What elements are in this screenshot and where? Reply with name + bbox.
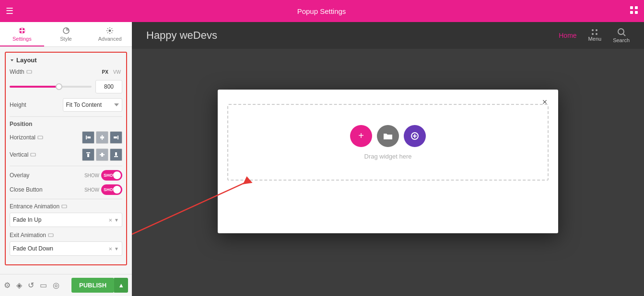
exit-anim-label: Exit Animation	[10, 232, 122, 239]
close-button-toggle-label: SHOW	[84, 187, 99, 193]
layers-icon[interactable]: ◈	[16, 281, 22, 290]
tab-settings[interactable]: Settings	[0, 22, 44, 46]
nav-menu-container[interactable]: Menu	[588, 29, 602, 42]
svg-rect-17	[114, 137, 117, 138]
svg-rect-22	[101, 153, 103, 157]
exit-anim-arrow-icon: ▼	[114, 246, 119, 251]
exit-anim-clear[interactable]: ×	[109, 245, 113, 252]
svg-rect-3	[635, 11, 638, 14]
exit-anim-value: Fade Out Down	[13, 245, 109, 252]
tab-style[interactable]: Style	[44, 22, 88, 46]
svg-rect-13	[87, 137, 91, 138]
width-input[interactable]: 800	[95, 80, 122, 93]
svg-rect-4	[20, 28, 22, 30]
add-widget-btn[interactable]: +	[350, 125, 372, 147]
entrance-anim-arrow-icon: ▼	[114, 217, 119, 223]
width-label: Width	[10, 68, 24, 75]
align-middle-btn[interactable]	[96, 148, 108, 161]
svg-line-32	[623, 34, 625, 36]
height-dropdown[interactable]: Fit To Content Custom Full Screen	[63, 98, 123, 112]
svg-point-31	[618, 29, 624, 34]
svg-rect-2	[630, 11, 633, 14]
svg-rect-1	[635, 6, 638, 9]
svg-rect-15	[100, 137, 104, 138]
settings-icon[interactable]: ⚙	[4, 281, 11, 290]
site-title: Happy weDevs	[146, 29, 217, 42]
entrance-anim-clear[interactable]: ×	[109, 216, 113, 224]
svg-rect-24	[115, 152, 117, 156]
close-button-label: Close Button	[10, 186, 84, 193]
width-slider-track[interactable]	[10, 86, 92, 88]
svg-rect-19	[86, 152, 90, 153]
publish-arrow-button[interactable]: ▲	[114, 278, 128, 293]
nav-search-label: Search	[613, 37, 630, 43]
topbar-title: Popup Settings	[13, 7, 630, 15]
folder-widget-btn[interactable]	[377, 125, 399, 147]
align-top-btn[interactable]	[82, 148, 94, 161]
align-center-h-btn[interactable]	[96, 131, 108, 144]
entrance-anim-label: Entrance Animation	[10, 203, 122, 210]
history-icon[interactable]: ↺	[28, 281, 34, 290]
svg-rect-0	[630, 6, 633, 9]
publish-button[interactable]: PUBLISH	[71, 278, 114, 293]
svg-rect-11	[38, 136, 43, 139]
horizontal-label: Horizontal	[10, 134, 35, 141]
svg-rect-23	[114, 156, 118, 157]
svg-rect-7	[23, 31, 24, 33]
popup-overlay: × +	[132, 49, 644, 274]
svg-point-9	[109, 30, 111, 32]
align-right-btn[interactable]	[110, 131, 122, 144]
tab-settings-label: Settings	[12, 36, 32, 42]
svg-point-27	[592, 29, 594, 31]
nav-menu-label: Menu	[588, 36, 602, 42]
vertical-label: Vertical	[10, 151, 28, 158]
overlay-label: Overlay	[10, 172, 84, 179]
svg-rect-16	[117, 136, 118, 139]
unit-px-btn[interactable]: PX	[101, 69, 110, 75]
grid-menu-icon[interactable]	[630, 6, 638, 17]
overlay-toggle[interactable]: SHOW	[101, 170, 122, 181]
svg-point-29	[592, 33, 594, 35]
tab-style-label: Style	[60, 36, 71, 42]
unit-vw-btn[interactable]: VW	[112, 69, 122, 75]
responsive-icon[interactable]: ▭	[40, 281, 47, 290]
svg-rect-6	[20, 31, 22, 33]
position-label: Position	[10, 121, 122, 127]
height-label: Height	[10, 102, 26, 108]
align-left-btn[interactable]	[82, 131, 94, 144]
popup-modal: × +	[218, 90, 558, 233]
svg-rect-20	[87, 154, 89, 157]
align-bottom-btn[interactable]	[110, 148, 122, 161]
svg-point-28	[596, 29, 597, 31]
popup-close-btn[interactable]: ×	[539, 96, 550, 108]
tab-advanced-label: Advanced	[98, 36, 122, 42]
template-widget-btn[interactable]	[404, 125, 426, 147]
nav-home[interactable]: Home	[559, 32, 576, 39]
exit-anim-dropdown[interactable]: Fade Out Down × ▼	[10, 241, 122, 256]
svg-rect-26	[48, 234, 53, 237]
svg-rect-12	[86, 136, 87, 139]
svg-rect-25	[62, 205, 67, 208]
close-button-toggle[interactable]: SHOW	[101, 184, 122, 195]
nav-search-container[interactable]: Search	[613, 28, 630, 43]
entrance-anim-dropdown[interactable]: Fade In Up × ▼	[10, 213, 122, 227]
tab-advanced[interactable]: Advanced	[88, 22, 132, 46]
overlay-toggle-label: SHOW	[84, 173, 99, 178]
drag-widget-text: Drag widget here	[364, 153, 412, 160]
popup-content-area: +	[227, 104, 549, 181]
entrance-anim-value: Fade In Up	[13, 216, 109, 223]
layout-section-label: Layout	[16, 57, 37, 64]
svg-rect-5	[23, 28, 24, 30]
svg-point-30	[596, 33, 597, 35]
svg-rect-18	[31, 153, 35, 156]
hamburger-icon[interactable]: ☰	[6, 6, 13, 16]
preview-icon[interactable]: ◎	[53, 281, 59, 290]
svg-rect-10	[27, 70, 32, 73]
layout-section-header[interactable]: Layout	[10, 57, 122, 64]
